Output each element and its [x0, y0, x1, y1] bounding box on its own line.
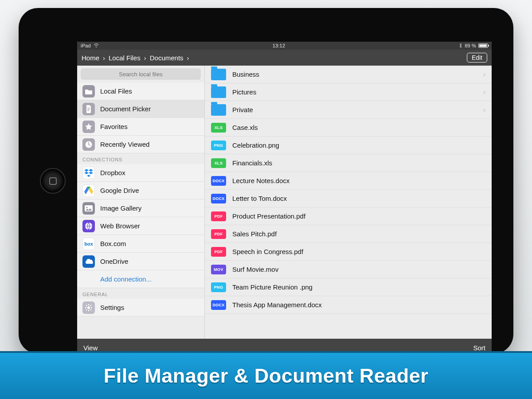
file-name: Financials.xls [232, 159, 485, 167]
svg-point-0 [96, 47, 97, 47]
dropbox-icon [82, 167, 95, 179]
breadcrumb: Home › Local Files › Documents › [82, 54, 467, 62]
folder-row[interactable]: Private› [205, 101, 492, 119]
file-row[interactable]: PNGTeam Picture Reunion .png [205, 278, 492, 296]
onedrive-icon [82, 255, 95, 268]
browser-icon [82, 220, 95, 232]
chevron-right-icon: › [483, 70, 485, 78]
file-row[interactable]: PDFSales Pitch.pdf [205, 225, 492, 243]
filetype-badge-png: PNG [211, 141, 226, 150]
file-name: Lecture Notes.docx [232, 177, 485, 184]
filetype-badge-png: PNG [211, 282, 226, 292]
file-row[interactable]: PDFSpeech in Congress.pdf [205, 243, 492, 261]
sidebar-item-dropbox[interactable]: Dropbox [77, 164, 204, 182]
filetype-badge-xls: XLS [211, 123, 226, 133]
sidebar-item-label: Settings [100, 304, 124, 311]
gallery-icon [82, 202, 95, 215]
filetype-badge-xls: XLS [211, 158, 226, 168]
ipad-frame: iPad 13:12 89 % Home › Local Files › [19, 8, 513, 354]
sidebar-item-settings[interactable]: Settings [77, 299, 204, 317]
doc-icon [82, 103, 95, 115]
status-bar: iPad 13:12 89 % [77, 42, 492, 50]
file-row[interactable]: XLSCase.xls [205, 119, 492, 137]
section-header-connections: CONNECTIONS [77, 153, 204, 164]
battery-percent: 89 % [465, 43, 476, 48]
sidebar-item-label: Recently Viewed [100, 141, 149, 148]
add-connection-button[interactable]: Add connection... [77, 270, 204, 288]
filetype-badge-mov: MOV [211, 265, 226, 274]
crumb-home[interactable]: Home [82, 54, 99, 62]
folder-row[interactable]: Pictures› [205, 83, 492, 101]
chevron-right-icon: › [187, 54, 189, 62]
settings-icon [82, 301, 95, 314]
folder-icon [211, 104, 226, 116]
sidebar-item-local-files[interactable]: Local Files [77, 82, 204, 100]
filetype-badge-docx: DOCX [211, 300, 226, 310]
file-row[interactable]: MOVSurf Movie.mov [205, 261, 492, 278]
file-name: Pictures [232, 88, 477, 96]
svg-point-6 [86, 207, 87, 208]
file-name: Business [232, 70, 477, 78]
sidebar-item-label: Local Files [100, 87, 132, 95]
star-icon [82, 121, 95, 133]
sidebar-item-label: Favorites [100, 123, 128, 130]
chevron-right-icon: › [103, 54, 105, 62]
gdrive-icon [82, 184, 95, 197]
chevron-right-icon: › [483, 88, 485, 96]
filetype-badge-pdf: PDF [211, 229, 226, 239]
search-input[interactable] [81, 68, 201, 80]
file-name: Celebration.png [232, 141, 485, 149]
filetype-badge-pdf: PDF [211, 211, 226, 221]
sidebar-item-onedrive[interactable]: OneDrive [77, 253, 204, 270]
sidebar-item-web-browser[interactable]: Web Browser [77, 217, 204, 235]
sidebar-item-label: Google Drive [100, 187, 139, 194]
sidebar-item-label: Document Picker [100, 105, 151, 113]
sidebar-item-favorites[interactable]: Favorites [77, 118, 204, 136]
folder-row[interactable]: Business› [205, 66, 492, 83]
file-row[interactable]: DOCXLecture Notes.docx [205, 172, 492, 190]
crumb-local-files[interactable]: Local Files [109, 54, 141, 62]
sidebar-item-image-gallery[interactable]: Image Gallery [77, 200, 204, 217]
file-row[interactable]: DOCXLetter to Tom.docx [205, 190, 492, 207]
main-area: Local FilesDocument PickerFavoritesRecen… [77, 66, 492, 339]
sidebar-item-recently-viewed[interactable]: Recently Viewed [77, 136, 204, 153]
sidebar-item-document-picker[interactable]: Document Picker [77, 100, 204, 118]
crumb-documents[interactable]: Documents [150, 54, 184, 62]
file-name: Team Picture Reunion .png [232, 283, 485, 291]
svg-point-8 [87, 306, 90, 309]
sort-button[interactable]: Sort [473, 344, 485, 352]
sidebar-item-label: Web Browser [100, 222, 140, 230]
filetype-badge-docx: DOCX [211, 176, 226, 186]
view-button[interactable]: View [83, 344, 98, 352]
file-row[interactable]: PNGCelebration.png [205, 137, 492, 154]
sidebar-item-google-drive[interactable]: Google Drive [77, 182, 204, 200]
clock: 13:12 [99, 43, 459, 48]
file-list: Business›Pictures›Private›XLSCase.xlsPNG… [205, 66, 492, 339]
promo-banner: File Manager & Document Reader [0, 351, 532, 399]
file-name: Sales Pitch.pdf [232, 230, 485, 238]
chevron-right-icon: › [144, 54, 146, 62]
sidebar-item-label: Box.com [100, 240, 126, 247]
file-row[interactable]: PDFProduct Presentation.pdf [205, 207, 492, 225]
folder-icon [211, 86, 226, 98]
file-row[interactable]: XLSFinancials.xls [205, 154, 492, 172]
sidebar-item-box-com[interactable]: boxBox.com [77, 235, 204, 253]
svg-rect-2 [87, 109, 90, 110]
bluetooth-icon [459, 43, 462, 48]
folder-icon [211, 69, 226, 80]
chevron-right-icon: › [483, 106, 485, 114]
section-header-general: GENERAL [77, 288, 204, 299]
file-name: Case.xls [232, 124, 485, 131]
svg-rect-3 [87, 110, 89, 111]
file-name: Speech in Congress.pdf [232, 248, 485, 255]
ipad-home-button [40, 168, 66, 194]
sidebar-item-label: Dropbox [100, 169, 125, 176]
svg-rect-1 [87, 108, 90, 108]
file-name: Letter to Tom.docx [232, 195, 485, 202]
device-label: iPad [81, 43, 91, 48]
filetype-badge-pdf: PDF [211, 247, 226, 257]
file-name: Thesis App Management.docx [232, 301, 485, 309]
file-row[interactable]: DOCXThesis App Management.docx [205, 296, 492, 314]
edit-button[interactable]: Edit [467, 53, 487, 63]
file-name: Product Presentation.pdf [232, 212, 485, 220]
